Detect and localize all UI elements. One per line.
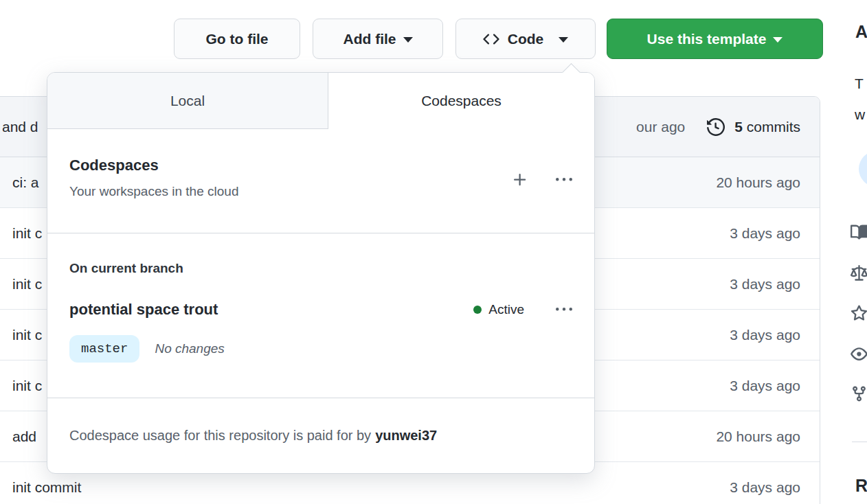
file-row-message[interactable]: init c: [12, 327, 42, 343]
caret-down-icon: [403, 37, 413, 43]
on-current-branch-heading: On current branch: [69, 261, 572, 276]
file-row-time: 20 hours ago: [716, 428, 800, 445]
about-description-line2: w: [855, 106, 865, 123]
codespace-item-options-button[interactable]: [556, 301, 572, 318]
github-repo-page: and d our ago 5 commits ci: a 20 hours a…: [0, 0, 867, 504]
fork-icon: [851, 385, 867, 402]
file-row-message[interactable]: init c: [12, 378, 42, 394]
add-file-button[interactable]: Add file: [313, 19, 443, 59]
about-sidebar: A T w R: [842, 0, 867, 504]
plus-icon: [512, 172, 528, 188]
caret-down-icon: [773, 37, 782, 43]
tab-local-label: Local: [170, 93, 205, 109]
caret-down-icon: [559, 37, 568, 43]
about-heading: A: [855, 22, 867, 42]
file-row-time: 3 days ago: [730, 378, 800, 394]
usage-text: Codespace usage for this repository is p…: [69, 428, 371, 444]
file-row-time: 20 hours ago: [716, 174, 800, 191]
file-row-time: 3 days ago: [730, 225, 800, 242]
about-description-line1: T: [855, 76, 864, 92]
codespace-status: Active: [488, 302, 524, 317]
go-to-file-button[interactable]: Go to file: [174, 19, 300, 59]
active-status-dot-icon: [473, 306, 482, 314]
dropdown-tabs: Local Codespaces: [47, 73, 594, 129]
history-icon: [707, 118, 725, 136]
latest-commit-message[interactable]: and d: [2, 119, 38, 135]
codespace-name[interactable]: potential space trout: [69, 301, 218, 319]
code-button[interactable]: Code: [455, 19, 596, 59]
tab-local[interactable]: Local: [47, 73, 328, 129]
kebab-horizontal-icon: [556, 301, 572, 318]
code-icon: [483, 31, 499, 47]
tab-codespaces[interactable]: Codespaces: [328, 73, 594, 129]
file-row-message[interactable]: init c: [12, 225, 42, 242]
file-row-message[interactable]: ci: a: [12, 174, 39, 191]
file-row-time: 3 days ago: [730, 327, 800, 343]
new-codespace-button[interactable]: [512, 172, 528, 188]
codespaces-options-button[interactable]: [556, 172, 572, 188]
branch-badge[interactable]: master: [69, 335, 139, 363]
kebab-horizontal-icon: [556, 172, 572, 188]
changes-status: No changes: [155, 341, 224, 356]
codespaces-subtitle: Your workspaces in the cloud: [69, 184, 238, 199]
sidebar-divider: [852, 442, 867, 442]
law-icon: [851, 265, 867, 282]
file-row-time: 3 days ago: [730, 479, 800, 496]
code-label: Code: [508, 31, 544, 47]
latest-commit-time: our ago: [636, 119, 685, 135]
file-row-message[interactable]: init commit: [12, 479, 81, 496]
star-icon: [851, 305, 867, 322]
book-icon: [851, 224, 867, 241]
commit-count-label[interactable]: commits: [747, 119, 800, 135]
codespace-usage-footer: Codespace usage for this repository is p…: [47, 398, 594, 473]
releases-heading: R: [855, 476, 867, 496]
file-row-message[interactable]: init c: [12, 276, 42, 293]
topic-pill[interactable]: [859, 151, 867, 187]
go-to-file-label: Go to file: [206, 31, 269, 47]
file-row-time: 3 days ago: [730, 276, 800, 293]
on-current-branch-section: On current branch potential space trout …: [47, 233, 594, 399]
tab-codespaces-label: Codespaces: [421, 93, 502, 109]
add-file-label: Add file: [344, 31, 396, 47]
file-row-message[interactable]: add: [12, 428, 36, 445]
use-this-template-label: Use this template: [647, 31, 767, 47]
use-this-template-button[interactable]: Use this template: [607, 19, 823, 59]
commit-count[interactable]: 5: [734, 119, 743, 135]
codespaces-header: Codespaces Your workspaces in the cloud: [47, 129, 594, 233]
eye-icon: [851, 345, 867, 363]
usage-owner: yunwei37: [375, 428, 437, 444]
codespaces-title: Codespaces: [69, 157, 238, 174]
code-dropdown: Local Codespaces Codespaces Your workspa…: [47, 72, 595, 474]
